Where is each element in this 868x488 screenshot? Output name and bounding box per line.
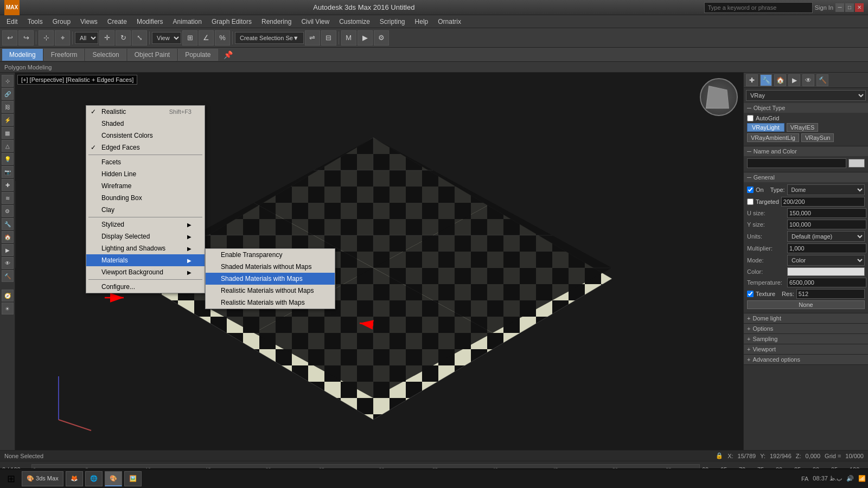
tab-freeform[interactable]: Freeform [44, 49, 85, 61]
rp-targeted-input[interactable] [781, 197, 865, 207]
ctx-realistic[interactable]: ✓ Realistic Shift+F3 [86, 106, 205, 118]
rp-multiplier-input[interactable] [787, 243, 866, 253]
tb-move[interactable]: ✛ [99, 30, 114, 46]
lp-system-btn[interactable]: ⚙ [2, 205, 14, 217]
rp-name-input[interactable] [747, 158, 846, 168]
menu-civil-view[interactable]: Civil View [297, 17, 334, 27]
rp-renderer-select[interactable]: VRay [746, 90, 866, 101]
sub-realistic-maps[interactable]: Realistic Materials with Maps [206, 297, 335, 309]
tb-render-settings[interactable]: ⚙ [374, 30, 389, 46]
tab-object-paint[interactable]: Object Paint [127, 49, 177, 61]
taskbar-photoshop-btn[interactable]: 🖼️ [124, 471, 142, 486]
menu-animation[interactable]: Animation [169, 17, 206, 27]
tb-snap[interactable]: ⊞ [182, 30, 197, 46]
sub-shaded-maps[interactable]: Shaded Materials with Maps [206, 273, 335, 285]
ctx-lighting-shadows[interactable]: Lighting and Shadows ▶ [86, 242, 205, 254]
rp-type-select[interactable]: Dome [787, 184, 865, 195]
rp-vrayies-btn[interactable]: VRayIES [787, 123, 819, 132]
rp-dome-header[interactable]: + Dome light [744, 313, 868, 323]
taskbar-firefox-btn[interactable]: 🦊 [66, 471, 83, 486]
lp-shape-btn[interactable]: △ [2, 140, 14, 152]
tb-scale[interactable]: ⤡ [132, 30, 147, 46]
taskbar-3dsmax-btn[interactable]: 🎨 3ds Max [22, 471, 63, 486]
ctx-stylized[interactable]: Stylized ▶ [86, 219, 205, 230]
ctx-shaded[interactable]: Shaded [86, 118, 205, 130]
viewport-label[interactable]: [+] [Perspective] [Realistic + Edged Fac… [17, 75, 137, 85]
create-selection-btn[interactable]: Create Selection Se▼ [235, 32, 304, 44]
rp-general-header[interactable]: ─ General [744, 172, 868, 182]
lp-geo-btn[interactable]: ▦ [2, 127, 14, 139]
lp-helper-btn[interactable]: ✚ [2, 179, 14, 191]
tab-populate[interactable]: Populate [178, 49, 218, 61]
rp-none-btn[interactable]: None [747, 300, 865, 309]
rp-mode-select[interactable]: Color [787, 255, 865, 266]
sub-realistic-no-maps[interactable]: Realistic Materials without Maps [206, 285, 335, 297]
minimize-btn[interactable]: ─ [835, 3, 844, 12]
lp-bind-btn[interactable]: ⚡ [2, 114, 14, 126]
menu-help[interactable]: Help [411, 17, 433, 27]
rp-advanced-header[interactable]: + Advanced options [744, 355, 868, 364]
lp-light-btn[interactable]: 💡 [2, 153, 14, 165]
tb-angle-snap[interactable]: ∠ [199, 30, 214, 46]
ctx-facets[interactable]: Facets [86, 156, 205, 168]
tb-percent-snap[interactable]: % [215, 30, 230, 46]
rp-modify-btn[interactable]: 🔧 [760, 74, 772, 86]
lp-unlink-btn[interactable]: ⛓ [2, 101, 14, 113]
rp-hierarchy-btn[interactable]: 🏠 [774, 74, 786, 86]
rp-targeted-checkbox[interactable] [747, 198, 754, 205]
tab-pin-btn[interactable]: 📌 [224, 50, 233, 59]
rp-vrayambient-btn[interactable]: VRayAmbientLig [747, 133, 799, 142]
sign-in-link[interactable]: Sign In [815, 4, 833, 11]
rp-usize-input[interactable] [787, 208, 866, 218]
rp-autogrid-checkbox[interactable] [747, 115, 754, 121]
lp-utilities-btn[interactable]: 🔨 [2, 270, 14, 282]
lp-motion-btn[interactable]: ▶ [2, 244, 14, 256]
ctx-display-selected[interactable]: Display Selected ▶ [86, 230, 205, 242]
tb-undo[interactable]: ↩ [2, 30, 17, 46]
viewport-area[interactable]: [+] [Perspective] [Realistic + Edged Fac… [15, 73, 743, 450]
ctx-materials[interactable]: Materials ▶ [86, 254, 205, 266]
menu-tools[interactable]: Tools [23, 17, 47, 27]
tab-selection[interactable]: Selection [85, 49, 126, 61]
tb-select[interactable]: ⊹ [39, 30, 54, 46]
rp-create-btn[interactable]: ✚ [746, 74, 758, 86]
rp-res-input[interactable] [796, 289, 865, 299]
lp-compass-btn[interactable]: 🧭 [2, 290, 14, 301]
rp-vraysun-btn[interactable]: VRaySun [801, 133, 834, 142]
tb-mirror[interactable]: ⇌ [305, 30, 320, 46]
menu-group[interactable]: Group [48, 17, 75, 27]
menu-scripting[interactable]: Scripting [375, 17, 410, 27]
ctx-wireframe[interactable]: Wireframe [86, 180, 205, 192]
tab-modeling[interactable]: Modeling [2, 49, 43, 61]
rp-motion-btn[interactable]: ▶ [788, 74, 800, 86]
rp-color-picker[interactable] [848, 159, 865, 168]
lp-link-btn[interactable]: 🔗 [2, 88, 14, 100]
menu-modifiers[interactable]: Modifiers [132, 17, 168, 27]
rp-color-swatch[interactable] [787, 267, 865, 276]
menu-views[interactable]: Views [76, 17, 102, 27]
ctx-viewport-bg[interactable]: Viewport Background ▶ [86, 266, 205, 278]
menu-edit[interactable]: Edit [2, 17, 22, 27]
lp-modify-btn[interactable]: 🔧 [2, 218, 14, 230]
tb-render[interactable]: ▶ [358, 30, 373, 46]
rp-ysize-input[interactable] [787, 220, 866, 229]
rp-sampling-header[interactable]: + Sampling [744, 334, 868, 344]
lp-display-btn[interactable]: 👁 [2, 257, 14, 269]
lp-sun-btn[interactable]: ☀ [2, 303, 14, 314]
rp-on-checkbox[interactable] [747, 187, 754, 193]
close-btn[interactable]: ✕ [855, 3, 864, 12]
rp-vraylight-btn[interactable]: VRayLight [747, 123, 784, 132]
rp-temp-input[interactable] [787, 278, 866, 287]
rp-options-header[interactable]: + Options [744, 324, 868, 333]
rp-utilities-btn[interactable]: 🔨 [816, 74, 828, 86]
lp-hierarchy-btn[interactable]: 🏠 [2, 231, 14, 243]
menu-create[interactable]: Create [103, 17, 131, 27]
ctx-consistent-colors[interactable]: Consistent Colors [86, 130, 205, 142]
lp-space-warp-btn[interactable]: ≋ [2, 192, 14, 204]
tb-lasso[interactable]: ⌖ [55, 30, 70, 46]
rp-object-type-header[interactable]: ─ Object Type [744, 103, 868, 113]
lp-camera-btn[interactable]: 📷 [2, 166, 14, 178]
taskbar-3dsmax2-btn[interactable]: 🎨 [105, 471, 122, 486]
tb-view-dropdown[interactable]: View [152, 32, 181, 44]
menu-graph-editors[interactable]: Graph Editors [207, 17, 256, 27]
